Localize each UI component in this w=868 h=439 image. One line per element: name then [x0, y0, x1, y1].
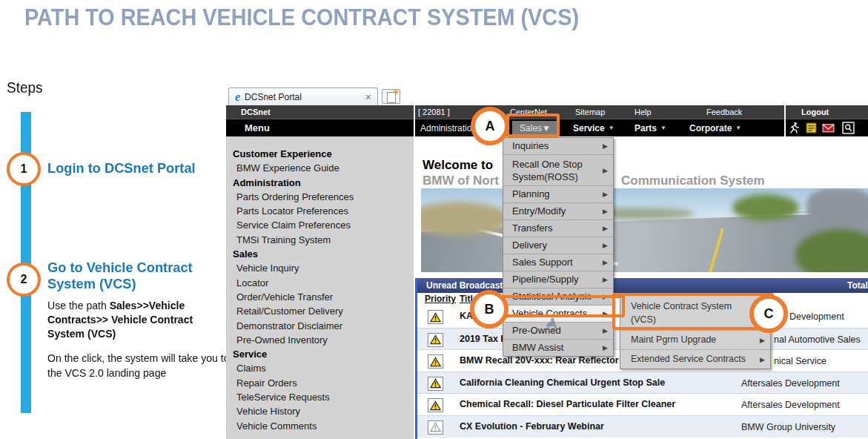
- broadcast-title[interactable]: 2019 Tax F: [460, 334, 506, 344]
- sidebar-item-pre-owned-inventory[interactable]: Pre-Owned Inventory: [226, 333, 414, 347]
- chevron-down-icon: ▼: [660, 125, 666, 131]
- logout-link[interactable]: Logout: [801, 105, 829, 119]
- submenu-arrow-icon: ▶: [760, 350, 765, 369]
- broadcast-title[interactable]: Chemical Recall: Diesel Particulate Filt…: [460, 399, 675, 409]
- sidebar-item-locator[interactable]: Locator: [226, 276, 414, 290]
- broadcast-title[interactable]: CX Evolution - February Webinar: [460, 421, 604, 432]
- menu-item-delivery[interactable]: Delivery▶: [503, 237, 613, 254]
- callout-a: A: [471, 107, 509, 145]
- tab-title: DCSnet Portal: [245, 92, 302, 102]
- menubar-item-administration[interactable]: Administration: [420, 119, 477, 137]
- brand-dcsnet: DCSnet: [241, 105, 271, 119]
- bar-divider: [784, 105, 786, 136]
- mail-icon[interactable]: [822, 122, 835, 134]
- menu-item-inquiries[interactable]: Inquiries▶: [503, 138, 613, 154]
- browser-tab[interactable]: e DCSnet Portal ×: [228, 88, 378, 105]
- topbar-link-22081[interactable]: [ 22081 ]: [418, 105, 450, 119]
- menubar-item-service[interactable]: Service▼: [573, 119, 614, 137]
- chevron-down-icon: ▼: [609, 125, 614, 131]
- menu-item-label: BMW Assist: [512, 342, 563, 353]
- warning-yellow: [428, 354, 443, 369]
- menubar-item-corporate[interactable]: Corporate▼: [689, 119, 741, 137]
- new-tab-star-icon: ✱: [393, 88, 399, 96]
- sidebar-item-administration: Administration: [226, 176, 414, 190]
- slide-canvas: PATH TO REACH VEHICLE CONTRACT SYSTEM (V…: [0, 0, 868, 439]
- step-1-badge: 1: [7, 152, 41, 186]
- runner-icon[interactable]: [788, 122, 801, 134]
- sidebar-item-parts-ordering-preferences[interactable]: Parts Ordering Preferences: [226, 190, 414, 204]
- step-2-title: Go to Vehicle Contract System (VCS): [47, 260, 197, 293]
- menu-item-planning[interactable]: Planning▶: [503, 185, 613, 202]
- menu-item-pre-owned[interactable]: Pre-Owned▶: [503, 322, 613, 339]
- broadcast-department: Development: [789, 311, 844, 322]
- bar-divider: [414, 105, 415, 136]
- menubar-item-parts[interactable]: Parts▼: [635, 119, 666, 137]
- search-icon[interactable]: [842, 122, 855, 134]
- step-2-number: 2: [21, 273, 27, 286]
- submenu-arrow-icon: ▶: [603, 186, 608, 202]
- broadcast-department: Aftersales Development: [741, 400, 840, 410]
- broadcast-row[interactable]: CX Evolution - February WebinarBMW Group…: [417, 415, 868, 438]
- sidebar-item-service-claim-preferences[interactable]: Service Claim Preferences: [226, 218, 414, 232]
- menu-item-pipeline-supply[interactable]: Pipeline/Supply▶: [503, 271, 613, 288]
- sidebar-item-repair-orders[interactable]: Repair Orders: [226, 376, 414, 390]
- sidebar-item-order-vehicle-transfer[interactable]: Order/Vehicle Transfer: [226, 290, 414, 304]
- welcome-subheading-left: BMW of Nort: [423, 174, 499, 188]
- topbar-link-sitemap[interactable]: Sitemap: [575, 105, 605, 119]
- banner-rocks: [806, 188, 868, 225]
- topbar-link-help[interactable]: Help: [635, 105, 652, 119]
- sidebar-item-vehicle-comments[interactable]: Vehicle Comments: [226, 419, 414, 433]
- sidebar-item-vehicle-history[interactable]: Vehicle History: [226, 404, 414, 418]
- menu-item-entry-modify[interactable]: Entry/Modify▶: [503, 202, 613, 220]
- chevron-down-icon: ▼: [735, 125, 741, 131]
- submenu-arrow-icon: ▶: [603, 220, 608, 237]
- topbar-link-feedback[interactable]: Feedback: [706, 105, 742, 119]
- steps-label: Steps: [7, 79, 43, 96]
- menu-item-label: Transfers: [512, 222, 552, 234]
- sidebar-item-customer-experience: Customer Experience: [226, 147, 414, 161]
- warning-yellow: [428, 333, 443, 347]
- sidebar-item-demonstrator-disclaimer[interactable]: Demonstrator Disclaimer: [226, 319, 414, 333]
- submenu-item-maint-pgrm-upgrade[interactable]: Maint Pgrm Upgrade▶: [620, 330, 770, 349]
- internet-explorer-icon: e: [235, 91, 240, 103]
- broadcast-title[interactable]: BMW Recall 20V-xxx: Rear Reflector: [460, 355, 619, 366]
- menu-item-sales-support[interactable]: Sales Support▶: [503, 254, 613, 271]
- sidebar-item-teleservice-requests[interactable]: TeleService Requests: [226, 390, 414, 404]
- step-1-title: Login to DCSnet Portal: [47, 160, 196, 176]
- callout-b: B: [470, 290, 508, 329]
- menu-item-bmw-assist[interactable]: BMW Assist▶: [503, 339, 613, 356]
- step-2-path-prefix: Use the path: [47, 300, 110, 311]
- sidebar-item-claims[interactable]: Claims: [226, 361, 414, 375]
- broadcast-row[interactable]: Chemical Recall: Diesel Particulate Filt…: [417, 393, 868, 415]
- warning-yellow: [428, 377, 443, 391]
- menu-item-recall-one-stop-system-ross[interactable]: Recall One Stop System(ROSS)▶: [503, 154, 613, 185]
- submenu-arrow-icon: ▶: [603, 164, 608, 176]
- broadcast-row[interactable]: California Cleaning Chemical Urgent Stop…: [417, 372, 868, 394]
- column-priority[interactable]: Priority: [425, 294, 456, 304]
- menu-item-transfers[interactable]: Transfers▶: [503, 220, 613, 237]
- new-tab-button[interactable]: ✱: [382, 89, 400, 104]
- sidebar-item-tmsi-training-system[interactable]: TMSi Training System: [226, 233, 414, 247]
- highlight-box-sales: [506, 113, 560, 137]
- sidebar-item-retail-customer-delivery[interactable]: Retail/Customer Delivery: [226, 304, 414, 318]
- sidebar-item-vehicle-inquiry[interactable]: Vehicle Inquiry: [226, 261, 414, 275]
- tab-close-icon[interactable]: ×: [365, 91, 371, 103]
- banner-bush: [732, 194, 799, 221]
- broadcast-department: BMW Group University: [741, 422, 835, 432]
- step-1-number: 1: [21, 162, 27, 176]
- warning-yellow: [428, 310, 443, 324]
- submenu-item-label: Extended Service Contracts: [631, 354, 746, 364]
- submenu-arrow-icon: ▶: [760, 331, 765, 349]
- sidebar-item-bmw-experience-guide[interactable]: BMW Experience Guide: [226, 161, 414, 175]
- sidebar-item-service: Service: [226, 347, 414, 361]
- sidebar-item-parts-locator-preferences[interactable]: Parts Locator Preferences: [226, 204, 414, 218]
- submenu-arrow-icon: ▶: [603, 203, 608, 220]
- notes-icon[interactable]: [805, 122, 818, 134]
- page-title: PATH TO REACH VEHICLE CONTRACT SYSTEM (V…: [24, 4, 579, 31]
- menu-label: Menu: [245, 119, 270, 137]
- submenu-item-extended-service-contracts[interactable]: Extended Service Contracts▶: [620, 349, 770, 369]
- browser-window: e DCSnet Portal × ✱ DCSnet [ 22081 ]Cent…: [226, 88, 868, 439]
- sales-dropdown-menu: Inquiries▶Recall One Stop System(ROSS)▶P…: [503, 137, 614, 357]
- broadcast-title[interactable]: California Cleaning Chemical Urgent Stop…: [460, 377, 665, 388]
- submenu-item-label: Maint Pgrm Upgrade: [631, 334, 716, 345]
